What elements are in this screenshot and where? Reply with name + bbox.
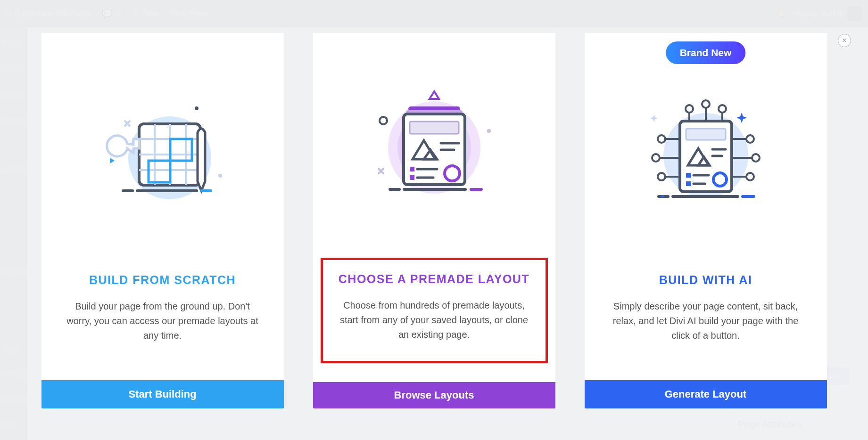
card-description: Simply describe your page content, sit b… [585,299,827,380]
scratch-illustration [41,33,284,273]
premade-illustration [313,33,555,258]
highlighted-content: CHOOSE A PREMADE LAYOUT Choose from hund… [321,258,548,363]
button-label: Start Building [128,388,196,400]
svg-point-51 [702,100,710,108]
layout-document-icon [364,84,505,206]
card-premade-layout: CHOOSE A PREMADE LAYOUT Choose from hund… [313,33,555,408]
svg-point-49 [686,105,693,113]
svg-marker-30 [430,91,439,99]
badge-label: Brand New [680,47,732,58]
ai-illustration [585,33,827,273]
svg-rect-43 [686,173,691,178]
svg-point-53 [719,105,726,113]
svg-rect-45 [686,181,691,186]
svg-point-65 [746,173,754,180]
generate-layout-button[interactable]: Generate Layout [585,380,827,408]
svg-point-13 [195,106,198,110]
svg-point-14 [218,174,222,178]
divi-builder-choice-modal: × [0,0,868,440]
svg-point-59 [658,173,665,180]
blueprint-icon [92,92,233,214]
card-description: Build your page from the ground up. Don'… [41,299,284,380]
svg-point-63 [752,154,760,162]
card-build-from-scratch: BUILD FROM SCRATCH Build your page from … [41,33,284,408]
svg-point-32 [487,129,491,133]
svg-rect-38 [686,129,726,140]
start-building-button[interactable]: Start Building [41,380,284,408]
close-icon: × [842,36,846,45]
ai-chip-icon [635,92,777,214]
close-button[interactable]: × [838,34,851,47]
card-title: CHOOSE A PREMADE LAYOUT [332,272,536,286]
svg-point-67 [661,195,664,198]
button-label: Browse Layouts [394,389,474,401]
svg-point-61 [746,135,754,143]
card-build-with-ai: Brand New [585,33,827,408]
builder-choice-cards: BUILD FROM SCRATCH Build your page from … [41,33,827,440]
brand-new-badge: Brand New [666,41,746,64]
svg-point-55 [658,135,665,143]
card-description: Choose from hundreds of premade layouts,… [332,298,536,342]
browse-layouts-button[interactable]: Browse Layouts [313,382,555,408]
button-label: Generate Layout [665,388,747,400]
svg-rect-27 [410,175,414,180]
svg-rect-25 [410,167,414,171]
card-title: BUILD FROM SCRATCH [41,273,284,287]
svg-point-31 [380,117,387,124]
card-title: BUILD WITH AI [585,273,827,287]
svg-point-57 [652,154,660,162]
svg-rect-20 [410,122,459,134]
